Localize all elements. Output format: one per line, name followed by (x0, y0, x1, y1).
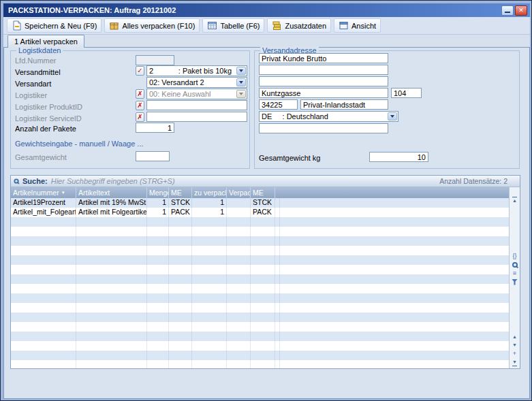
versandmittel-check-button[interactable]: ✓ (136, 66, 144, 76)
versandmittel-combo[interactable]: 2 : Paket bis 10kg (146, 65, 247, 76)
table-row[interactable] (11, 246, 509, 255)
row-down-icon[interactable]: ▼ (512, 342, 517, 348)
column-header-me2[interactable]: ME (251, 187, 275, 198)
table-row[interactable] (11, 341, 509, 351)
table-cell: Artikel mit 19% MwSt. (76, 198, 147, 208)
address-name1-field[interactable] (259, 53, 388, 63)
table-cell (76, 227, 147, 236)
table-cell (11, 227, 76, 236)
produkt-id-field[interactable] (146, 100, 247, 110)
filter-icon[interactable] (512, 279, 518, 285)
table-row[interactable] (11, 236, 509, 246)
table-cell (11, 236, 76, 246)
pack-all-button[interactable]: Alles verpacken (F10) (104, 18, 200, 33)
table-cell (76, 236, 147, 246)
table-row[interactable] (11, 322, 509, 332)
data-grid: Artikelnummer▼ Artikeltext Menge ME zu v… (11, 187, 509, 368)
table-cell (275, 360, 280, 368)
table-cell (147, 322, 169, 332)
address-extra-field[interactable] (259, 123, 388, 133)
column-header-artikeltext[interactable]: Artikeltext (76, 187, 147, 198)
produkt-id-clear-button[interactable]: ✗ (136, 101, 144, 110)
title-bar[interactable]: PACKSTATION-VERPACKEN: Auftrag 20121002 … (3, 3, 530, 17)
table-cell (169, 341, 192, 351)
gesamtgewicht-field[interactable] (136, 151, 170, 161)
table-cell (227, 322, 251, 332)
table-cell (76, 246, 147, 255)
column-header-verpackt[interactable]: Verpackt (227, 187, 251, 198)
table-cell (192, 351, 227, 360)
tab-artikel-verpacken[interactable]: 1 Artikel verpacken (7, 35, 84, 48)
minimize-button[interactable] (501, 5, 514, 16)
postal-code-field[interactable] (259, 99, 298, 110)
table-cell (11, 293, 76, 303)
scroll-to-bottom-icon[interactable]: ▼ (512, 359, 517, 366)
table-row[interactable] (11, 360, 509, 368)
sort-icon: ▼ (61, 191, 65, 195)
table-row[interactable] (11, 303, 509, 312)
save-new-button[interactable]: Speichern & Neu (F9) (7, 18, 101, 33)
logistiker-clear-button[interactable]: ✗ (136, 89, 144, 99)
dropdown-arrow-icon[interactable] (388, 112, 397, 121)
column-header-me1[interactable]: ME (169, 187, 192, 198)
list-icon[interactable]: ≡ (513, 270, 516, 276)
table-cell (169, 360, 192, 368)
table-row[interactable]: Artikel_mit_Folgeartikel Artikel mit Fol… (11, 208, 509, 217)
column-header-menge[interactable]: Menge (147, 187, 169, 198)
address-name3-field[interactable] (259, 76, 388, 86)
view-button[interactable]: Ansicht (334, 18, 381, 33)
table-cell (169, 312, 192, 322)
table-row[interactable] (11, 217, 509, 227)
table-row[interactable]: Artikel19Prozent Artikel mit 19% MwSt. 1… (11, 198, 509, 208)
city-field[interactable] (300, 99, 388, 110)
house-number-field[interactable] (391, 88, 422, 98)
column-header-artikelnummer[interactable]: Artikelnummer▼ (11, 187, 76, 198)
logistics-group: Logistkdaten Lfd.Nummer Versandmittel ✓ … (10, 50, 250, 169)
row-up-icon[interactable]: ▲ (512, 334, 517, 340)
table-cell (147, 284, 169, 293)
table-cell (76, 360, 147, 368)
table-row[interactable] (11, 351, 509, 360)
table-row[interactable] (11, 265, 509, 274)
search-input[interactable] (51, 177, 255, 185)
close-button[interactable]: ✕ (515, 5, 527, 16)
total-weight-field[interactable] (369, 152, 428, 162)
braces-icon[interactable]: {} (512, 253, 516, 259)
table-cell (251, 236, 275, 246)
table-button[interactable]: Tabelle (F6) (202, 18, 264, 33)
table-row[interactable] (11, 284, 509, 293)
clear-icon: ✗ (137, 113, 142, 121)
country-combo[interactable]: DE : Deutschland (259, 111, 398, 122)
table-row[interactable] (11, 293, 509, 303)
table-cell (11, 284, 76, 293)
weight-entry-link[interactable]: Gewichtseingabe - manuell / Waage ... (15, 140, 144, 148)
table-row[interactable] (11, 274, 509, 284)
table-cell (76, 303, 147, 312)
table-row[interactable] (11, 332, 509, 341)
dropdown-arrow-icon[interactable] (236, 78, 246, 86)
street-field[interactable] (259, 88, 388, 98)
dropdown-arrow-icon[interactable] (236, 67, 246, 75)
table-cell (169, 351, 192, 360)
anzahl-pakete-field[interactable] (136, 123, 174, 133)
grid-search-icon[interactable] (512, 262, 518, 268)
service-id-clear-button[interactable]: ✗ (136, 112, 144, 122)
column-header-zu-verpacken[interactable]: zu verpacke (192, 187, 227, 198)
table-cell (275, 208, 280, 217)
table-row[interactable] (11, 312, 509, 322)
lfd-nummer-field[interactable] (136, 55, 174, 65)
address-name2-field[interactable] (259, 65, 388, 75)
scroll-to-top-icon[interactable]: ▲ (512, 197, 517, 204)
extra-data-button[interactable]: Zusatzdaten (267, 18, 331, 33)
table-cell (76, 312, 147, 322)
lfd-nummer-label: Lfd.Nummer (15, 57, 57, 65)
table-cell (147, 312, 169, 322)
versandart-combo[interactable]: 02: Versandart 2 (146, 77, 247, 88)
table-cell: Artikel19Prozent (11, 198, 76, 208)
logistiker-combo[interactable]: 00: Keine Auswahl (146, 89, 247, 99)
service-id-field[interactable] (146, 112, 247, 122)
table-row[interactable] (11, 255, 509, 265)
add-row-icon[interactable]: + (513, 351, 516, 357)
table-row[interactable] (11, 227, 509, 236)
table-cell (147, 227, 169, 236)
